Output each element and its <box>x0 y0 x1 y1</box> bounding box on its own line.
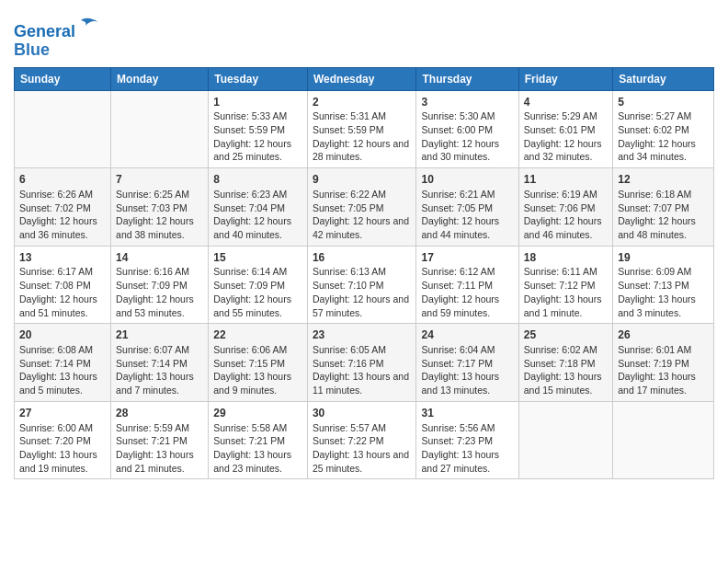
sunset-text: Sunset: 7:08 PM <box>19 280 91 291</box>
sunset-text: Sunset: 7:07 PM <box>618 202 689 213</box>
day-number: 22 <box>213 327 302 343</box>
sunrise-text: Sunrise: 6:00 AM <box>19 422 93 433</box>
sunset-text: Sunset: 5:59 PM <box>313 124 384 135</box>
daylight-text: Daylight: 12 hours and 46 minutes. <box>524 215 602 240</box>
daylight-text: Daylight: 12 hours and 48 minutes. <box>618 215 696 240</box>
day-number: 12 <box>618 172 709 188</box>
day-number: 27 <box>19 406 106 421</box>
daylight-text: Daylight: 13 hours and 23 minutes. <box>213 449 291 474</box>
day-number: 14 <box>116 250 203 266</box>
calendar-cell: 23Sunrise: 6:05 AMSunset: 7:16 PMDayligh… <box>307 324 416 402</box>
header-row: SundayMondayTuesdayWednesdayThursdayFrid… <box>15 67 714 90</box>
calendar-cell: 20Sunrise: 6:08 AMSunset: 7:14 PMDayligh… <box>15 324 111 402</box>
sunset-text: Sunset: 6:00 PM <box>421 124 493 135</box>
day-number: 31 <box>421 406 513 421</box>
calendar-cell: 8Sunrise: 6:23 AMSunset: 7:04 PMDaylight… <box>209 168 308 247</box>
sunrise-text: Sunrise: 5:59 AM <box>116 422 189 433</box>
day-number: 18 <box>524 250 608 266</box>
daylight-text: Daylight: 12 hours and 55 minutes. <box>213 293 291 318</box>
calendar-cell: 9Sunrise: 6:22 AMSunset: 7:05 PMDaylight… <box>307 168 416 247</box>
calendar-cell: 13Sunrise: 6:17 AMSunset: 7:08 PMDayligh… <box>15 246 111 324</box>
header-wednesday: Wednesday <box>307 67 416 90</box>
header-saturday: Saturday <box>613 67 714 90</box>
daylight-text: Daylight: 12 hours and 51 minutes. <box>19 293 97 318</box>
logo-text: General Blue <box>14 15 100 60</box>
calendar-cell <box>613 401 714 479</box>
calendar-cell: 2Sunrise: 5:31 AMSunset: 5:59 PMDaylight… <box>307 90 416 168</box>
calendar-cell: 24Sunrise: 6:04 AMSunset: 7:17 PMDayligh… <box>416 324 518 402</box>
daylight-text: Daylight: 12 hours and 32 minutes. <box>524 138 602 163</box>
daylight-text: Daylight: 13 hours and 27 minutes. <box>421 449 499 474</box>
daylight-text: Daylight: 12 hours and 25 minutes. <box>213 138 291 163</box>
calendar-cell: 6Sunrise: 6:26 AMSunset: 7:02 PMDaylight… <box>15 168 111 247</box>
calendar-cell: 5Sunrise: 5:27 AMSunset: 6:02 PMDaylight… <box>613 90 714 168</box>
logo-general: General <box>14 22 75 40</box>
calendar-cell: 25Sunrise: 6:02 AMSunset: 7:18 PMDayligh… <box>518 324 612 402</box>
header-sunday: Sunday <box>15 67 111 90</box>
sunrise-text: Sunrise: 6:04 AM <box>421 344 495 355</box>
header-friday: Friday <box>518 67 612 90</box>
sunrise-text: Sunrise: 6:09 AM <box>618 266 691 277</box>
calendar-cell: 16Sunrise: 6:13 AMSunset: 7:10 PMDayligh… <box>307 246 416 324</box>
day-number: 3 <box>421 95 513 110</box>
daylight-text: Daylight: 13 hours and 13 minutes. <box>421 371 499 396</box>
week-row-1: 1Sunrise: 5:33 AMSunset: 5:59 PMDaylight… <box>15 90 714 168</box>
sunrise-text: Sunrise: 6:01 AM <box>618 344 691 355</box>
sunrise-text: Sunrise: 5:33 AM <box>213 110 287 121</box>
day-number: 26 <box>618 327 709 343</box>
calendar-cell: 15Sunrise: 6:14 AMSunset: 7:09 PMDayligh… <box>209 246 308 324</box>
sunrise-text: Sunrise: 5:57 AM <box>313 422 386 433</box>
sunset-text: Sunset: 7:06 PM <box>524 202 596 213</box>
calendar-cell: 14Sunrise: 6:16 AMSunset: 7:09 PMDayligh… <box>111 246 209 324</box>
calendar-cell: 19Sunrise: 6:09 AMSunset: 7:13 PMDayligh… <box>613 246 714 324</box>
daylight-text: Daylight: 12 hours and 44 minutes. <box>421 215 499 240</box>
week-row-3: 13Sunrise: 6:17 AMSunset: 7:08 PMDayligh… <box>15 246 714 324</box>
day-number: 6 <box>19 172 106 188</box>
day-number: 7 <box>116 172 203 188</box>
day-number: 25 <box>524 327 608 343</box>
day-number: 23 <box>313 327 412 343</box>
sunrise-text: Sunrise: 5:56 AM <box>421 422 495 433</box>
day-number: 15 <box>213 250 302 266</box>
sunrise-text: Sunrise: 5:27 AM <box>618 110 691 121</box>
sunrise-text: Sunrise: 5:31 AM <box>313 110 386 121</box>
day-number: 9 <box>313 172 412 188</box>
sunrise-text: Sunrise: 6:06 AM <box>213 344 287 355</box>
calendar-cell: 29Sunrise: 5:58 AMSunset: 7:21 PMDayligh… <box>209 401 308 479</box>
day-number: 1 <box>213 95 302 110</box>
sunset-text: Sunset: 7:02 PM <box>19 202 91 213</box>
daylight-text: Daylight: 13 hours and 19 minutes. <box>19 449 97 474</box>
week-row-5: 27Sunrise: 6:00 AMSunset: 7:20 PMDayligh… <box>15 401 714 479</box>
daylight-text: Daylight: 12 hours and 53 minutes. <box>116 293 194 318</box>
calendar-cell <box>111 90 209 168</box>
header-tuesday: Tuesday <box>209 67 308 90</box>
sunset-text: Sunset: 7:19 PM <box>618 358 689 369</box>
daylight-text: Daylight: 13 hours and 25 minutes. <box>313 449 409 474</box>
sunset-text: Sunset: 7:18 PM <box>524 358 596 369</box>
sunset-text: Sunset: 7:17 PM <box>421 358 493 369</box>
sunset-text: Sunset: 7:14 PM <box>19 358 91 369</box>
calendar-cell: 27Sunrise: 6:00 AMSunset: 7:20 PMDayligh… <box>15 401 111 479</box>
sunrise-text: Sunrise: 5:29 AM <box>524 110 597 121</box>
calendar-cell: 31Sunrise: 5:56 AMSunset: 7:23 PMDayligh… <box>416 401 518 479</box>
daylight-text: Daylight: 13 hours and 7 minutes. <box>116 371 194 396</box>
sunset-text: Sunset: 7:21 PM <box>213 435 285 446</box>
daylight-text: Daylight: 12 hours and 57 minutes. <box>313 293 409 318</box>
sunset-text: Sunset: 7:12 PM <box>524 280 596 291</box>
day-number: 24 <box>421 327 513 343</box>
day-number: 29 <box>213 406 302 421</box>
calendar-cell: 4Sunrise: 5:29 AMSunset: 6:01 PMDaylight… <box>518 90 612 168</box>
sunrise-text: Sunrise: 6:02 AM <box>524 344 597 355</box>
sunrise-text: Sunrise: 6:18 AM <box>618 189 691 200</box>
calendar-cell: 7Sunrise: 6:25 AMSunset: 7:03 PMDaylight… <box>111 168 209 247</box>
daylight-text: Daylight: 12 hours and 38 minutes. <box>116 215 194 240</box>
day-number: 5 <box>618 95 709 110</box>
daylight-text: Daylight: 13 hours and 11 minutes. <box>313 371 409 396</box>
day-number: 11 <box>524 172 608 188</box>
page-header: General Blue <box>14 9 714 60</box>
day-number: 16 <box>313 250 412 266</box>
week-row-4: 20Sunrise: 6:08 AMSunset: 7:14 PMDayligh… <box>15 324 714 402</box>
calendar-cell <box>518 401 612 479</box>
sunrise-text: Sunrise: 6:17 AM <box>19 266 93 277</box>
daylight-text: Daylight: 13 hours and 15 minutes. <box>524 371 602 396</box>
